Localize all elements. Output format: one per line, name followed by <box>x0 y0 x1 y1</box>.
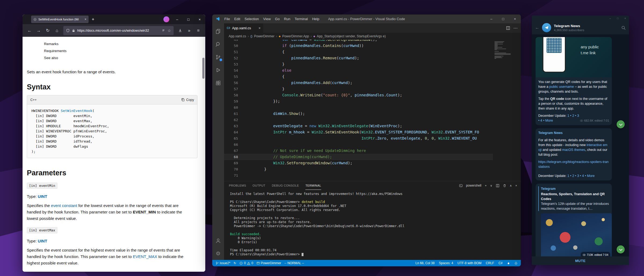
omnisharp-flame-icon[interactable] <box>507 262 510 265</box>
minimize-button[interactable]: – <box>606 17 614 20</box>
downloads-button[interactable] <box>176 26 184 35</box>
close-panel-icon[interactable]: × <box>515 184 517 187</box>
bookmark-star-icon[interactable]: ☆ <box>167 28 171 33</box>
channel-avatar[interactable] <box>542 23 551 32</box>
public-username-link[interactable]: public username <box>549 85 574 89</box>
git-branch-indicator[interactable]: issue2* <box>215 261 230 265</box>
maximize-button[interactable]: □ <box>183 14 194 24</box>
tab-debug-console[interactable]: DEBUG CONSOLE <box>272 181 299 190</box>
code-editor[interactable]: 49 var curHwnd = Win32.GetForegroundWind… <box>224 40 521 181</box>
lock-icon[interactable] <box>72 29 75 32</box>
indentation-setting[interactable]: Spaces: 4 <box>439 261 453 265</box>
more-actions-icon[interactable]: ⋯ <box>513 26 518 31</box>
copy-code-button[interactable]: Copy <box>181 98 194 102</box>
url-bar[interactable]: https://docs.microsoft.com/en-us/windows… <box>63 26 174 35</box>
menu-go[interactable]: Go <box>273 16 282 22</box>
maximize-button[interactable]: □ <box>497 14 509 23</box>
terminal-output[interactable]: Install the latest PowerShell for new fe… <box>224 190 521 260</box>
close-button[interactable]: × <box>621 17 629 20</box>
channel-info[interactable]: Telegram News 4,369,550 subscribers <box>554 24 619 32</box>
search-icon[interactable] <box>621 26 626 30</box>
new-tab-button[interactable]: + <box>92 17 94 22</box>
maximize-button[interactable]: □ <box>614 17 621 20</box>
breadcrumb[interactable]: App.xaml.cs › {} PowerDimmer › ◆ PowerDi… <box>224 33 521 40</box>
december-update-links[interactable]: 1 • 2 • 3 • 4 • More <box>567 174 595 178</box>
toc-link-see-also[interactable]: See also <box>44 55 205 61</box>
split-terminal-icon[interactable] <box>496 184 499 187</box>
vscode-title-bar: File Edit Selection View Go Run Terminal… <box>212 14 521 23</box>
eol-setting[interactable]: CRLF <box>486 261 494 265</box>
url-text[interactable]: https://docs.microsoft.com/en-us/windows… <box>77 29 159 32</box>
tracking-shield-icon[interactable] <box>66 29 70 32</box>
toc-link-remarks[interactable]: Remarks <box>44 41 205 48</box>
extensions-icon[interactable] <box>212 77 224 89</box>
tab-problems[interactable]: PROBLEMS <box>229 181 246 190</box>
language-mode[interactable]: C# <box>499 261 503 265</box>
home-button[interactable]: ⌂ <box>53 26 61 35</box>
minimize-button[interactable]: – <box>485 14 497 23</box>
sender-name[interactable]: Telegram News <box>538 130 609 135</box>
macos-themes-link[interactable]: macOS themes <box>562 148 585 152</box>
account-icon[interactable] <box>212 234 224 247</box>
breadcrumb-namespace[interactable]: PowerDimmer <box>254 34 275 38</box>
explorer-icon[interactable] <box>212 25 224 38</box>
close-button[interactable]: × <box>509 14 521 23</box>
kill-terminal-trash-icon[interactable] <box>503 184 506 187</box>
notifications-bell-icon[interactable] <box>514 262 518 265</box>
source-control-icon[interactable] <box>212 51 224 64</box>
back-button[interactable]: ← <box>25 26 34 35</box>
encoding-setting[interactable]: UTF-8 with BOM <box>458 261 481 265</box>
sync-changes-button[interactable]: ↻ <box>233 261 236 265</box>
scroll-down-button[interactable] <box>617 120 625 128</box>
shell-dropdown-icon[interactable]: ∨ <box>490 184 492 187</box>
minimap[interactable] <box>493 40 521 181</box>
split-editor-icon[interactable] <box>506 26 510 30</box>
uint-link[interactable]: UINT <box>38 239 47 243</box>
reader-mode-icon[interactable] <box>162 29 165 32</box>
event-max-link[interactable]: EVENT_MAX <box>133 254 157 259</box>
toc-link-requirements[interactable]: Requirements <box>44 48 205 55</box>
maximize-panel-icon[interactable]: ∧ <box>510 184 512 187</box>
profile-avatar[interactable] <box>163 16 169 22</box>
tab-terminal[interactable]: TERMINAL <box>305 181 321 190</box>
tab-app-xaml-cs[interactable]: C# App.xaml.cs × <box>224 23 263 33</box>
tab-close-icon[interactable]: × <box>258 26 261 30</box>
breadcrumb-file[interactable]: App.xaml.cs <box>229 34 246 38</box>
mute-button[interactable]: MUTE <box>532 256 629 265</box>
settings-gear-icon[interactable]: ⚙ <box>212 247 224 260</box>
event-constant-link[interactable]: event constant <box>51 203 77 208</box>
menu-terminal[interactable]: Terminal <box>292 16 310 22</box>
tab-close-icon[interactable]: × <box>85 17 86 21</box>
close-button[interactable]: × <box>194 14 205 24</box>
tab-output[interactable]: OUTPUT <box>253 181 265 190</box>
breadcrumb-method[interactable]: App_Startup(object sender, StartupEventA… <box>317 34 386 38</box>
preview-image[interactable]: 710K edited 7:04 <box>541 213 612 256</box>
search-icon[interactable] <box>212 38 224 51</box>
uint-link[interactable]: UINT <box>38 194 47 199</box>
extensions-overflow-button[interactable]: » <box>185 26 193 35</box>
breadcrumb-class[interactable]: PowerDimmer.App <box>282 34 309 38</box>
task-indicator[interactable]: PowerDimmer <box>257 261 281 265</box>
back-icon[interactable]: ← <box>535 25 539 30</box>
page-scrollbar[interactable] <box>202 58 204 79</box>
minimize-button[interactable]: – <box>171 14 183 24</box>
link-preview[interactable]: Telegram Reactions, Spoilers, Translatio… <box>538 186 609 211</box>
cursor-position[interactable]: Ln 68, Col 38 <box>415 261 434 265</box>
reload-button[interactable]: ↻ <box>43 26 52 35</box>
blog-link[interactable]: https://telegram.org/blog/reactions-spoi… <box>538 160 609 169</box>
browser-tab[interactable]: SetWinEventHook function (Wi × <box>31 16 89 23</box>
menu-help[interactable]: Help <box>310 16 321 22</box>
menu-file[interactable]: File <box>222 16 232 22</box>
menu-run[interactable]: Run <box>282 16 292 22</box>
new-terminal-icon[interactable]: + <box>485 184 486 187</box>
app-menu-button[interactable]: ≡ <box>194 26 203 35</box>
qr-feature-image[interactable]: any public t.me link <box>536 37 612 77</box>
menu-edit[interactable]: Edit <box>232 16 242 22</box>
scroll-down-button[interactable] <box>617 245 625 253</box>
run-debug-icon[interactable] <box>212 64 224 77</box>
shell-selector[interactable]: powershell <box>466 184 481 187</box>
menu-selection[interactable]: Selection <box>242 16 261 22</box>
problems-indicator[interactable]: 0 0 <box>239 261 253 265</box>
menu-view[interactable]: View <box>261 16 273 22</box>
forward-button[interactable]: → <box>34 26 43 35</box>
